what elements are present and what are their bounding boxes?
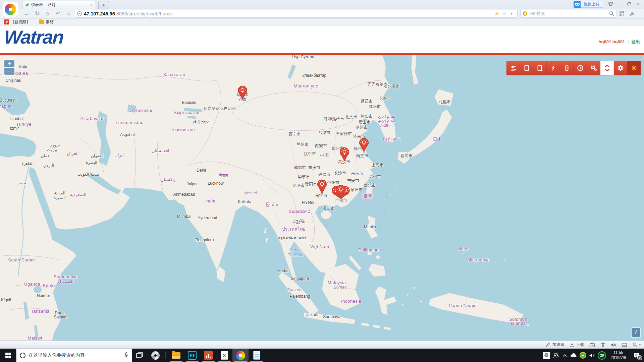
map-marker-cluster[interactable] [335,184,346,200]
map-marker[interactable] [237,85,248,101]
new-tab-button[interactable]: + [98,1,109,9]
map-label: Mumbai [177,214,192,219]
map-label: 南昌市 [351,171,363,176]
security-360-button[interactable]: + [578,349,587,362]
first-aid-button[interactable] [589,342,595,347]
accelerator-label: 加速器 [552,342,564,348]
taskbar-clock[interactable]: 11:55 2019/7/8 [607,350,629,360]
map-label: افغانستان [152,148,169,153]
day-night-button[interactable] [627,61,641,75]
schedule-button[interactable] [574,61,587,75]
volume-button[interactable] [587,349,596,362]
zoom-in-button[interactable]: + [4,60,14,67]
people-button[interactable] [551,349,560,362]
map-marker[interactable] [316,179,328,195]
taskbar-search-input[interactable]: 在这里输入你要搜索的内容 [16,349,132,362]
bookmark-new-alert[interactable]: 【新提醒】 [4,19,31,25]
windows-logo-icon [5,353,11,358]
map-label: Philippines [358,247,381,252]
action-center-button[interactable]: 2 [629,349,644,362]
search-placeholder: 360搜索 [529,11,609,17]
gear-button[interactable] [614,61,627,75]
restore-button[interactable] [624,2,633,7]
home-icon[interactable]: ⌂ [42,11,53,16]
map-label: 西宁市 [289,131,301,137]
pinwheel-app-button[interactable] [148,349,163,362]
taskbar-app-explorer[interactable] [168,349,184,362]
users-button[interactable] [506,61,520,75]
settings-gears-button[interactable] [587,61,600,75]
wrench-menu-icon[interactable] [627,11,637,16]
taskbar-app-powerpoint[interactable] [200,349,216,362]
bookmark-star-icon[interactable]: ☆ [500,11,508,17]
mute-button[interactable] [611,343,616,347]
trash-button[interactable] [600,342,605,347]
map-label: 吉安市 [347,178,359,184]
tab-close-icon[interactable]: × [90,3,93,7]
onedrive-button[interactable] [569,349,578,362]
undo-icon[interactable]: ↶ [53,11,63,16]
map-label: ประเทศไทย [282,226,306,233]
search-box[interactable]: 360搜索 [520,10,617,18]
map-label: Chișinău [6,78,21,83]
map-label: नेपाल [219,173,228,178]
skin-button[interactable] [606,2,615,7]
doc-remove-button[interactable] [533,61,547,75]
close-button[interactable]: × [633,2,642,7]
map-label: 长沙市 [334,170,346,176]
map-label: الصومال [58,279,73,284]
map-label: السعودية [70,192,87,197]
reload-icon[interactable]: ↻ [32,11,42,16]
logout-link[interactable]: 登出 [631,39,640,44]
browser-tab[interactable]: 仪表板 :::路灯 × [22,1,96,9]
ime-indicator[interactable]: 拼 [542,349,551,362]
download-button[interactable]: 下载 [570,342,584,348]
cloud-upload-button[interactable]: 拖拽上传 [574,1,603,8]
windows-panel-button[interactable] [622,343,627,347]
start-button[interactable] [0,349,16,362]
excel-icon: X [221,351,228,360]
task-view-button[interactable] [132,349,148,362]
taskbar-app-notepad[interactable] [249,349,265,362]
battery-360-indicator[interactable]: 29 [596,349,607,362]
map-label: 喀什地区 [193,120,209,125]
map-marker[interactable] [339,147,350,163]
zoom-page-button[interactable]: ▾ [633,342,641,347]
address-bar[interactable]: 47.107.245.96:8080/streetlightweb/home ⚡… [75,10,518,18]
map[interactable]: Нур-СултанКиївУкраїнаКазахстанУлаанбаата… [0,55,644,341]
taskbar-app-excel[interactable]: X [216,349,232,362]
map-label: ວຽງຈັນ [293,219,306,224]
map-label: 공화국 [380,122,393,128]
microphone-icon[interactable] [124,352,128,358]
tab-favicon-leaf-icon [25,3,30,7]
file-explorer-icon [172,352,180,359]
back-icon[interactable]: ← [21,11,32,16]
map-marker[interactable] [358,137,370,153]
map-label: 吕梁市 [318,130,330,136]
cloud-icon [570,353,578,358]
power-button[interactable] [547,61,560,75]
map-label: عمان [41,154,50,158]
browser-360-logo[interactable] [3,2,18,17]
minimize-button[interactable] [615,2,624,7]
info-button[interactable]: i [632,328,640,337]
refresh-button[interactable] [600,61,614,75]
map-label: مدينة الكويت [77,172,99,177]
battery-button[interactable] [560,61,574,75]
report-button[interactable] [520,61,533,75]
taskbar-app-browser360[interactable] [232,349,249,362]
map-label: القاهرة [21,161,34,166]
map-label: مصر [17,180,26,185]
magnifier-icon[interactable] [609,11,614,16]
map-label: Jaipur [187,182,198,186]
map-label: المنورة [54,195,66,200]
zoom-out-button[interactable]: − [4,68,14,75]
accelerator-button[interactable]: 加速器 [546,342,564,348]
tray-expand-button[interactable] [560,349,569,362]
favorites-star-icon[interactable]: ☆ [63,11,73,16]
taskbar-app-photoshop[interactable]: Ps [184,349,200,362]
lightning-icon[interactable]: ⚡ [493,11,500,16]
apps-grid-icon[interactable] [617,11,627,16]
url-dropdown-icon[interactable]: ▼ [508,10,515,17]
bookmark-material[interactable]: 素材 [39,19,54,25]
